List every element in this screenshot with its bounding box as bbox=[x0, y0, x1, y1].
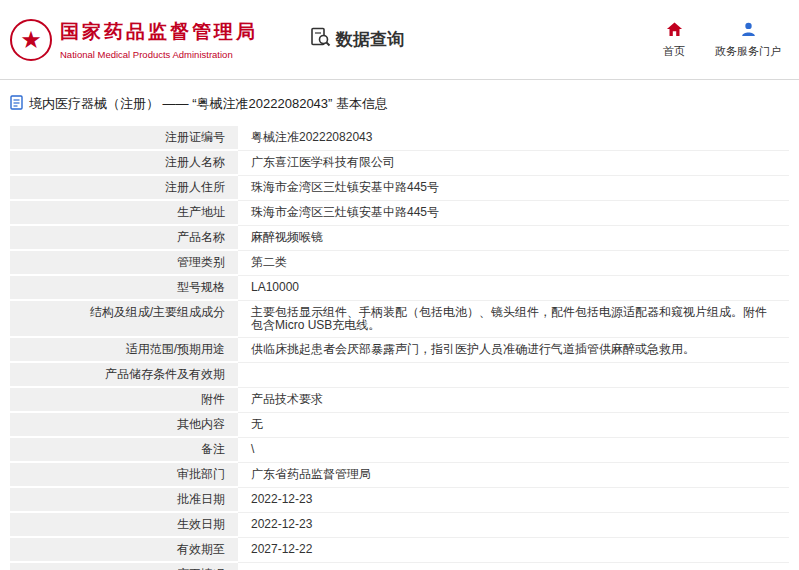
person-icon bbox=[740, 21, 757, 40]
row-value: 广东喜江医学科技有限公司 bbox=[238, 151, 789, 176]
data-query-label: 数据查询 bbox=[336, 28, 404, 51]
row-value: 粤械注准20222082043 bbox=[238, 126, 789, 151]
row-label: 产品名称 bbox=[10, 226, 238, 251]
table-row: 注册人住所珠海市金湾区三灶镇安基中路445号 bbox=[10, 176, 789, 201]
row-value: 珠海市金湾区三灶镇安基中路445号 bbox=[238, 176, 789, 201]
page-header: ★ 国家药品监督管理局 National Medical Products Ad… bbox=[0, 0, 799, 80]
row-label: 有效期至 bbox=[10, 538, 238, 563]
nav-item-service-portal[interactable]: 政务服务门户 bbox=[715, 21, 781, 59]
row-label: 型号规格 bbox=[10, 276, 238, 301]
row-value: 2027-12-22 bbox=[238, 538, 789, 563]
row-label: 注册人名称 bbox=[10, 151, 238, 176]
table-row: 适用范围/预期用途供临床挑起患者会厌部暴露声门，指引医护人员准确进行气道插管供麻… bbox=[10, 338, 789, 363]
nav-home-label: 首页 bbox=[663, 44, 685, 59]
breadcrumb: 境内医疗器械（注册） —— “粤械注准20222082043” 基本信息 bbox=[10, 95, 789, 113]
table-row: 其他内容无 bbox=[10, 413, 789, 438]
row-value: 第二类 bbox=[238, 251, 789, 276]
row-label: 变更情况 bbox=[10, 563, 238, 570]
home-icon bbox=[666, 21, 683, 40]
info-table-body: 注册证编号粤械注准20222082043注册人名称广东喜江医学科技有限公司注册人… bbox=[10, 126, 789, 570]
row-label: 审批部门 bbox=[10, 463, 238, 488]
table-row: 审批部门广东省药品监督管理局 bbox=[10, 463, 789, 488]
row-label: 其他内容 bbox=[10, 413, 238, 438]
row-value: 主要包括显示组件、手柄装配（包括电池）、镜头组件，配件包括电源适配器和窥视片组成… bbox=[238, 301, 789, 338]
row-label: 批准日期 bbox=[10, 488, 238, 513]
table-row: 批准日期2022-12-23 bbox=[10, 488, 789, 513]
document-search-icon bbox=[310, 27, 331, 53]
row-label: 生产地址 bbox=[10, 201, 238, 226]
site-title-block: 国家药品监督管理局 National Medical Products Admi… bbox=[60, 19, 258, 60]
table-row: 结构及组成/主要组成成分主要包括显示组件、手柄装配（包括电池）、镜头组件，配件包… bbox=[10, 301, 789, 338]
top-nav: 首页 政务服务门户 bbox=[663, 21, 781, 59]
table-row: 有效期至2027-12-22 bbox=[10, 538, 789, 563]
row-value: LA10000 bbox=[238, 276, 789, 301]
row-value: 2022-12-23 bbox=[238, 513, 789, 538]
data-query-button[interactable]: 数据查询 bbox=[310, 27, 404, 53]
document-icon bbox=[10, 95, 23, 113]
row-value: 无 bbox=[238, 413, 789, 438]
table-row: 变更情况 bbox=[10, 563, 789, 570]
row-value: 供临床挑起患者会厌部暴露声门，指引医护人员准确进行气道插管供麻醉或急救用。 bbox=[238, 338, 789, 363]
nav-portal-label: 政务服务门户 bbox=[715, 44, 781, 59]
row-value: 2022-12-23 bbox=[238, 488, 789, 513]
row-value: 珠海市金湾区三灶镇安基中路445号 bbox=[238, 201, 789, 226]
table-row: 备注\ bbox=[10, 438, 789, 463]
site-title: 国家药品监督管理局 bbox=[60, 19, 258, 45]
table-row: 型号规格LA10000 bbox=[10, 276, 789, 301]
row-value: 产品技术要求 bbox=[238, 388, 789, 413]
row-value bbox=[238, 563, 789, 570]
row-value: 广东省药品监督管理局 bbox=[238, 463, 789, 488]
national-emblem-icon: ★ bbox=[10, 19, 52, 61]
table-row: 产品储存条件及有效期 bbox=[10, 363, 789, 388]
row-label: 注册证编号 bbox=[10, 126, 238, 151]
row-value: \ bbox=[238, 438, 789, 463]
nav-item-home[interactable]: 首页 bbox=[663, 21, 685, 59]
row-label: 结构及组成/主要组成成分 bbox=[10, 301, 238, 338]
row-label: 适用范围/预期用途 bbox=[10, 338, 238, 363]
table-row: 产品名称麻醉视频喉镜 bbox=[10, 226, 789, 251]
table-row: 注册人名称广东喜江医学科技有限公司 bbox=[10, 151, 789, 176]
row-label: 产品储存条件及有效期 bbox=[10, 363, 238, 388]
row-label: 附件 bbox=[10, 388, 238, 413]
row-label: 管理类别 bbox=[10, 251, 238, 276]
registration-info-table: 注册证编号粤械注准20222082043注册人名称广东喜江医学科技有限公司注册人… bbox=[10, 126, 789, 570]
row-value: 麻醉视频喉镜 bbox=[238, 226, 789, 251]
breadcrumb-text: 境内医疗器械（注册） —— “粤械注准20222082043” 基本信息 bbox=[29, 95, 388, 113]
row-label: 注册人住所 bbox=[10, 176, 238, 201]
row-value bbox=[238, 363, 789, 388]
table-row: 生效日期2022-12-23 bbox=[10, 513, 789, 538]
row-label: 生效日期 bbox=[10, 513, 238, 538]
table-row: 注册证编号粤械注准20222082043 bbox=[10, 126, 789, 151]
table-row: 附件产品技术要求 bbox=[10, 388, 789, 413]
table-row: 管理类别第二类 bbox=[10, 251, 789, 276]
site-subtitle: National Medical Products Administration bbox=[60, 49, 258, 60]
table-row: 生产地址珠海市金湾区三灶镇安基中路445号 bbox=[10, 201, 789, 226]
row-label: 备注 bbox=[10, 438, 238, 463]
